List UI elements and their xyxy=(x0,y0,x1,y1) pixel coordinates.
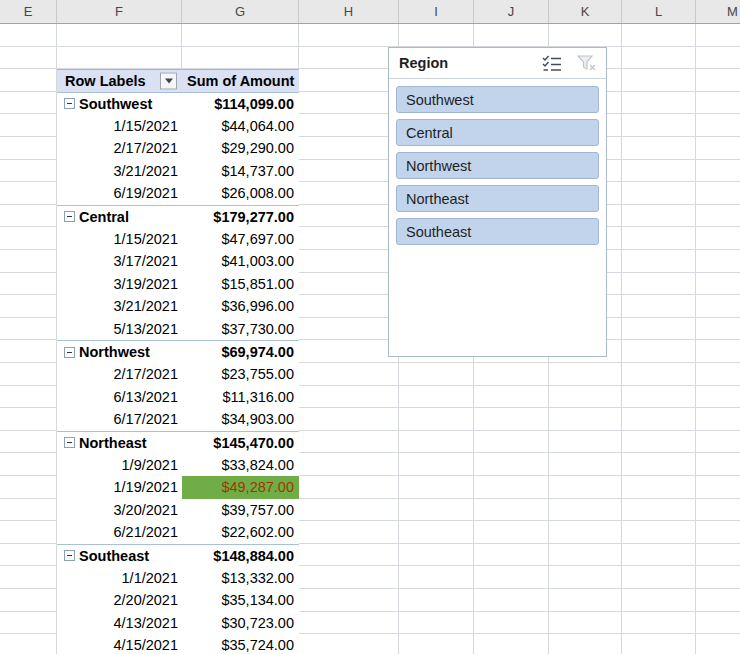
pivot-date-cell[interactable]: 6/13/2021 xyxy=(57,386,182,409)
pivot-region-cell[interactable]: Northwest xyxy=(57,341,182,363)
pivot-date-cell[interactable]: 1/1/2021 xyxy=(57,566,182,589)
pivot-total-cell[interactable]: $114,099.00 xyxy=(182,93,299,115)
pivot-amount-cell[interactable]: $47,697.00 xyxy=(182,227,299,250)
pivot-amount-cell[interactable]: $41,003.00 xyxy=(182,250,299,273)
column-header-K[interactable]: K xyxy=(549,0,622,23)
column-header-E[interactable]: E xyxy=(0,0,57,23)
slicer-item-northeast[interactable]: Northeast xyxy=(396,185,599,212)
amount-value: $35,724.00 xyxy=(221,637,294,653)
pivot-total-cell[interactable]: $148,884.00 xyxy=(182,545,299,567)
pivot-data-row: 6/21/2021$22,602.00 xyxy=(57,521,299,544)
pivot-amount-cell[interactable]: $23,755.00 xyxy=(182,363,299,386)
date-value: 3/21/2021 xyxy=(113,163,178,179)
pivot-amount-cell[interactable]: $30,723.00 xyxy=(182,612,299,635)
date-value: 2/20/2021 xyxy=(113,592,178,608)
pivot-date-cell[interactable]: 3/19/2021 xyxy=(57,273,182,296)
pivot-date-cell[interactable]: 2/17/2021 xyxy=(57,363,182,386)
date-value: 3/17/2021 xyxy=(113,253,178,269)
pivot-date-cell[interactable]: 6/21/2021 xyxy=(57,521,182,544)
multi-select-icon[interactable] xyxy=(542,55,563,72)
column-header-J[interactable]: J xyxy=(474,0,549,23)
collapse-icon[interactable] xyxy=(64,347,75,358)
amount-value: $11,316.00 xyxy=(223,389,295,405)
pivot-amount-cell[interactable]: $37,730.00 xyxy=(182,318,299,341)
date-value: 2/17/2021 xyxy=(113,140,178,156)
pivot-region-cell[interactable]: Southwest xyxy=(57,93,182,115)
amount-value: $14,737.00 xyxy=(221,163,294,179)
column-header-L[interactable]: L xyxy=(622,0,696,23)
pivot-amount-cell[interactable]: $11,316.00 xyxy=(182,386,299,409)
pivot-amount-cell[interactable]: $39,757.00 xyxy=(182,499,299,522)
pivot-amount-cell[interactable]: $22,602.00 xyxy=(182,521,299,544)
column-header-row: EFGHIJKLM xyxy=(0,0,740,24)
gridline xyxy=(0,46,740,47)
slicer-item-northwest[interactable]: Northwest xyxy=(396,152,599,179)
pivot-amount-cell[interactable]: $35,724.00 xyxy=(182,634,299,654)
pivot-region-cell[interactable]: Northeast xyxy=(57,432,182,454)
region-slicer[interactable]: Region SouthwestCentr xyxy=(388,47,607,357)
date-value: 5/13/2021 xyxy=(113,321,178,337)
pivot-amount-cell[interactable]: $35,134.00 xyxy=(182,589,299,612)
pivot-values-header-cell[interactable]: Sum of Amount xyxy=(182,70,299,92)
pivot-amount-cell[interactable]: $26,008.00 xyxy=(182,182,299,205)
pivot-amount-cell[interactable]: $29,290.00 xyxy=(182,137,299,160)
collapse-icon[interactable] xyxy=(64,550,75,561)
minus-glyph xyxy=(67,216,72,217)
pivot-date-cell[interactable]: 4/13/2021 xyxy=(57,612,182,635)
column-header-F[interactable]: F xyxy=(57,0,182,23)
date-value: 4/13/2021 xyxy=(113,615,178,631)
region-label: Southwest xyxy=(79,96,152,112)
pivot-date-cell[interactable]: 6/19/2021 xyxy=(57,182,182,205)
pivot-amount-cell[interactable]: $13,332.00 xyxy=(182,566,299,589)
pivot-data-row: 6/17/2021$34,903.00 xyxy=(57,408,299,431)
slicer-item-label: Northeast xyxy=(406,191,469,207)
column-header-G[interactable]: G xyxy=(182,0,299,23)
amount-value: $44,064.00 xyxy=(221,118,294,134)
amount-value: $47,697.00 xyxy=(221,231,294,247)
pivot-date-cell[interactable]: 1/15/2021 xyxy=(57,227,182,250)
pivot-row-labels-header-cell[interactable]: Row Labels xyxy=(57,70,182,92)
slicer-item-southwest[interactable]: Southwest xyxy=(396,86,599,113)
highlighted-amount-cell[interactable]: $49,287.00 xyxy=(182,476,299,499)
amount-value: $37,730.00 xyxy=(221,321,294,337)
pivot-date-cell[interactable]: 5/13/2021 xyxy=(57,318,182,341)
minus-glyph xyxy=(67,352,72,353)
spreadsheet: EFGHIJKLM Row LabelsSum of AmountSouthwe… xyxy=(0,0,740,654)
pivot-date-cell[interactable]: 3/21/2021 xyxy=(57,160,182,183)
pivot-region-cell[interactable]: Central xyxy=(57,206,182,228)
pivot-date-cell[interactable]: 1/9/2021 xyxy=(57,453,182,476)
date-value: 1/1/2021 xyxy=(122,570,178,586)
pivot-amount-cell[interactable]: $34,903.00 xyxy=(182,408,299,431)
pivot-date-cell[interactable]: 3/17/2021 xyxy=(57,250,182,273)
pivot-amount-cell[interactable]: $36,996.00 xyxy=(182,295,299,318)
pivot-amount-cell[interactable]: $44,064.00 xyxy=(182,114,299,137)
pivot-data-row: 1/1/2021$13,332.00 xyxy=(57,566,299,589)
pivot-date-cell[interactable]: 1/19/2021 xyxy=(57,476,182,499)
column-header-M[interactable]: M xyxy=(696,0,740,23)
pivot-data-row: 2/17/2021$23,755.00 xyxy=(57,363,299,386)
row-labels-filter-button[interactable] xyxy=(160,72,177,89)
pivot-total-cell[interactable]: $69,974.00 xyxy=(182,341,299,363)
pivot-date-cell[interactable]: 1/15/2021 xyxy=(57,114,182,137)
pivot-total-cell[interactable]: $145,470.00 xyxy=(182,432,299,454)
pivot-amount-cell[interactable]: $15,851.00 xyxy=(182,273,299,296)
pivot-date-cell[interactable]: 3/21/2021 xyxy=(57,295,182,318)
pivot-date-cell[interactable]: 2/17/2021 xyxy=(57,137,182,160)
pivot-region-cell[interactable]: Southeast xyxy=(57,545,182,567)
pivot-amount-cell[interactable]: $14,737.00 xyxy=(182,160,299,183)
column-header-H[interactable]: H xyxy=(299,0,399,23)
column-header-I[interactable]: I xyxy=(399,0,474,23)
collapse-icon[interactable] xyxy=(64,98,75,109)
pivot-date-cell[interactable]: 6/17/2021 xyxy=(57,408,182,431)
pivot-date-cell[interactable]: 2/20/2021 xyxy=(57,589,182,612)
clear-filter-icon[interactable] xyxy=(577,55,597,72)
slicer-item-central[interactable]: Central xyxy=(396,119,599,146)
slicer-item-southeast[interactable]: Southeast xyxy=(396,218,599,245)
pivot-data-row: 1/15/2021$44,064.00 xyxy=(57,114,299,137)
pivot-amount-cell[interactable]: $33,824.00 xyxy=(182,453,299,476)
pivot-date-cell[interactable]: 4/15/2021 xyxy=(57,634,182,654)
collapse-icon[interactable] xyxy=(64,437,75,448)
pivot-date-cell[interactable]: 3/20/2021 xyxy=(57,499,182,522)
pivot-total-cell[interactable]: $179,277.00 xyxy=(182,206,299,228)
collapse-icon[interactable] xyxy=(64,211,75,222)
